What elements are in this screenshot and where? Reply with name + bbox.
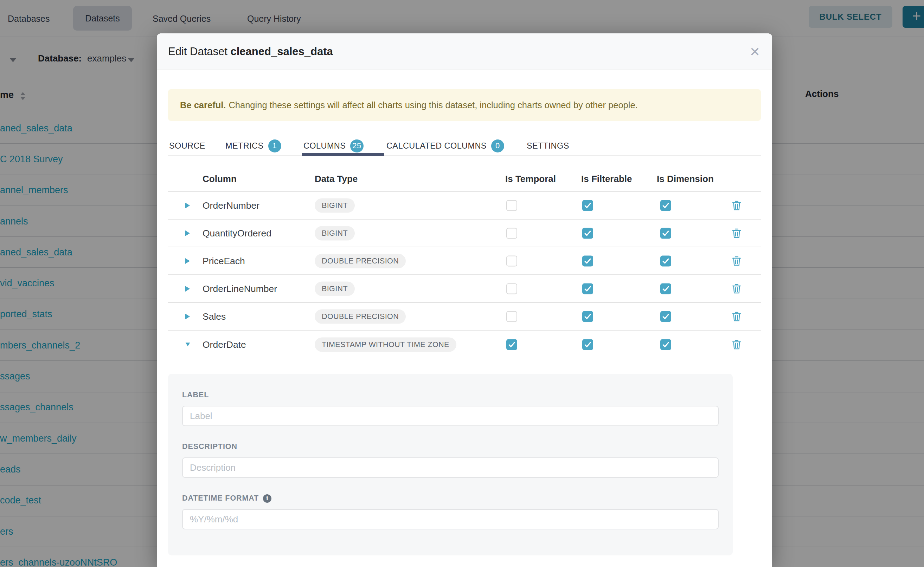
is-temporal-header: Is Temporal bbox=[505, 174, 556, 184]
is-temporal-checkbox[interactable] bbox=[506, 311, 517, 322]
modal-title: Edit Dataset cleaned_sales_data bbox=[168, 45, 333, 58]
edit-dataset-modal: Edit Dataset cleaned_sales_data ✕ Be car… bbox=[157, 33, 772, 567]
collapse-caret-icon[interactable] bbox=[185, 341, 191, 348]
is-filterable-header: Is Filterable bbox=[581, 174, 632, 184]
data-type-header: Data Type bbox=[315, 174, 358, 184]
tab-label: METRICS bbox=[226, 141, 264, 151]
is-filterable-checkbox[interactable] bbox=[582, 283, 593, 294]
data-type-pill: BIGINT bbox=[315, 198, 355, 213]
column-row: PriceEachDOUBLE PRECISION bbox=[168, 248, 761, 275]
tab-label: SETTINGS bbox=[527, 141, 569, 151]
is-dimension-checkbox[interactable] bbox=[660, 311, 671, 322]
column-row: OrderDateTIMESTAMP WITHOUT TIME ZONE bbox=[168, 331, 761, 358]
datetime-format-input[interactable] bbox=[182, 509, 719, 530]
tab-metrics[interactable]: METRICS1 bbox=[226, 136, 281, 156]
column-name: QuantityOrdered bbox=[203, 228, 271, 238]
delete-column-icon[interactable] bbox=[732, 255, 742, 267]
modal-body: Be careful. Changing these settings will… bbox=[157, 89, 772, 555]
tab-label: COLUMNS bbox=[303, 141, 346, 151]
tab-count-badge: 1 bbox=[268, 140, 281, 153]
data-type-pill: DOUBLE PRECISION bbox=[315, 309, 406, 324]
column-header: Column bbox=[203, 174, 236, 184]
expand-caret-icon[interactable] bbox=[185, 230, 191, 237]
modal-header: Edit Dataset cleaned_sales_data ✕ bbox=[157, 33, 772, 70]
expand-caret-icon[interactable] bbox=[185, 258, 191, 264]
tab-calculated-columns[interactable]: CALCULATED COLUMNS0 bbox=[387, 136, 504, 156]
label-field-label: LABEL bbox=[182, 391, 719, 399]
description-input[interactable] bbox=[182, 458, 719, 478]
warning-emphasis: Be careful. bbox=[180, 100, 226, 110]
delete-column-icon[interactable] bbox=[732, 283, 742, 294]
is-dimension-header: Is Dimension bbox=[657, 174, 714, 184]
warning-banner: Be careful. Changing these settings will… bbox=[168, 89, 761, 121]
columns-table-rows: OrderNumberBIGINTQuantityOrderedBIGINTPr… bbox=[168, 192, 761, 358]
is-dimension-checkbox[interactable] bbox=[660, 255, 671, 266]
close-icon[interactable]: ✕ bbox=[749, 33, 760, 70]
is-temporal-checkbox[interactable] bbox=[506, 283, 517, 294]
column-row: OrderNumberBIGINT bbox=[168, 192, 761, 220]
column-row: QuantityOrderedBIGINT bbox=[168, 220, 761, 248]
is-temporal-checkbox[interactable] bbox=[506, 255, 517, 266]
column-detail-panel: LABEL DESCRIPTION DATETIME FORMAT i bbox=[168, 374, 733, 555]
delete-column-icon[interactable] bbox=[732, 311, 742, 322]
tab-source[interactable]: SOURCE bbox=[169, 136, 205, 156]
column-name: OrderNumber bbox=[203, 200, 259, 211]
tab-count-badge: 0 bbox=[491, 140, 504, 153]
is-dimension-checkbox[interactable] bbox=[660, 228, 671, 238]
is-filterable-checkbox[interactable] bbox=[582, 200, 593, 211]
delete-column-icon[interactable] bbox=[732, 200, 742, 211]
is-filterable-checkbox[interactable] bbox=[582, 255, 593, 266]
data-type-pill: DOUBLE PRECISION bbox=[315, 254, 406, 268]
column-name: OrderDate bbox=[203, 339, 246, 350]
column-name: OrderLineNumber bbox=[203, 283, 277, 294]
dataset-name: cleaned_sales_data bbox=[231, 45, 333, 58]
column-row: OrderLineNumberBIGINT bbox=[168, 275, 761, 303]
column-name: PriceEach bbox=[203, 255, 245, 266]
screen: Databases Datasets Saved Queries Query H… bbox=[0, 0, 924, 567]
modal-tabs: SOURCEMETRICS1COLUMNS25CALCULATED COLUMN… bbox=[168, 136, 761, 156]
delete-column-icon[interactable] bbox=[732, 339, 742, 350]
is-filterable-checkbox[interactable] bbox=[582, 339, 593, 350]
warning-message: Changing these settings will affect all … bbox=[229, 100, 637, 110]
is-temporal-checkbox[interactable] bbox=[506, 339, 517, 350]
label-input[interactable] bbox=[182, 406, 719, 426]
tab-settings[interactable]: SETTINGS bbox=[527, 136, 569, 156]
data-type-pill: BIGINT bbox=[315, 226, 355, 240]
is-filterable-checkbox[interactable] bbox=[582, 228, 593, 238]
column-name: Sales bbox=[203, 311, 226, 322]
is-dimension-checkbox[interactable] bbox=[660, 200, 671, 211]
data-type-pill: BIGINT bbox=[315, 281, 355, 296]
is-temporal-checkbox[interactable] bbox=[506, 228, 517, 238]
tab-label: SOURCE bbox=[169, 141, 205, 151]
column-row: SalesDOUBLE PRECISION bbox=[168, 303, 761, 331]
datetime-format-field-label: DATETIME FORMAT i bbox=[182, 494, 719, 503]
is-dimension-checkbox[interactable] bbox=[660, 283, 671, 294]
expand-caret-icon[interactable] bbox=[185, 202, 191, 209]
tab-label: CALCULATED COLUMNS bbox=[387, 141, 487, 151]
columns-table-header: Column Data Type Is Temporal Is Filterab… bbox=[168, 169, 761, 192]
is-filterable-checkbox[interactable] bbox=[582, 311, 593, 322]
data-type-pill: TIMESTAMP WITHOUT TIME ZONE bbox=[315, 337, 456, 352]
is-temporal-checkbox[interactable] bbox=[506, 200, 517, 211]
expand-caret-icon[interactable] bbox=[185, 285, 191, 292]
tab-columns[interactable]: COLUMNS25 bbox=[303, 136, 364, 156]
is-dimension-checkbox[interactable] bbox=[660, 339, 671, 350]
expand-caret-icon[interactable] bbox=[185, 313, 191, 320]
tab-count-badge: 25 bbox=[350, 140, 363, 153]
description-field-label: DESCRIPTION bbox=[182, 442, 719, 451]
delete-column-icon[interactable] bbox=[732, 228, 742, 239]
info-icon[interactable]: i bbox=[263, 494, 271, 503]
